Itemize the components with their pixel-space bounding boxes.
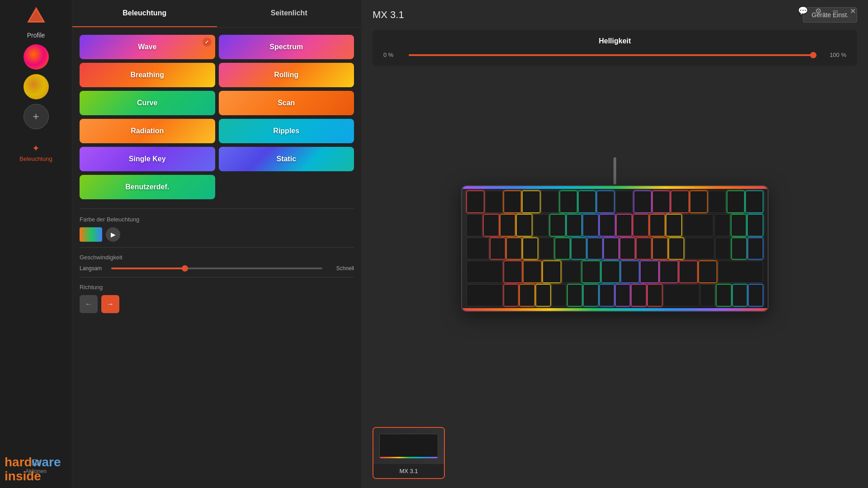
key-f12: [690, 191, 708, 213]
close-button[interactable]: ✕: [844, 5, 861, 17]
settings-icon-button[interactable]: ⚙: [810, 5, 826, 17]
key-b: [567, 284, 582, 306]
effect-wave[interactable]: Wave ✓: [80, 35, 215, 59]
effect-breathing[interactable]: Breathing: [80, 63, 215, 87]
tab-seitenlicht[interactable]: Seitenlicht: [217, 0, 362, 27]
right-panel: MX 3.1 Geräte Einst. Helligkeit 0 % 100 …: [362, 0, 868, 488]
effect-static[interactable]: Static: [219, 147, 354, 171]
speed-slider-thumb[interactable]: [182, 265, 188, 272]
watermark-line2: inside: [5, 469, 61, 483]
sidebar-beleuchtung[interactable]: ✦ Beleuchtung: [19, 143, 52, 162]
brightness-slider-thumb[interactable]: [810, 52, 816, 58]
play-button[interactable]: ▶: [106, 227, 120, 242]
key-tilde: [467, 214, 482, 236]
key-dot: [631, 284, 646, 306]
key-i: [604, 238, 619, 260]
profile-2[interactable]: [24, 74, 49, 99]
key-f9: [634, 191, 651, 213]
effect-scan[interactable]: Scan: [219, 91, 354, 115]
key-end2: [731, 238, 747, 260]
key-g: [582, 261, 600, 283]
key-lbracket: [652, 238, 668, 260]
direction-buttons: ← →: [80, 295, 354, 313]
key-v: [552, 284, 566, 306]
app-logo: [25, 5, 47, 27]
key-e: [523, 238, 538, 260]
key-f11: [671, 191, 689, 213]
key-y: [571, 238, 586, 260]
key-del2: [715, 238, 731, 260]
brightness-slider-track[interactable]: [409, 54, 816, 56]
speed-section: Geschwindigkeit Langsam Schnell: [72, 249, 361, 275]
speed-row: Langsam Schnell: [80, 265, 354, 272]
add-profile-button[interactable]: +: [24, 104, 49, 129]
device-title: MX 3.1: [373, 9, 404, 21]
key-j: [621, 261, 639, 283]
key-h: [601, 261, 620, 283]
tabs: Beleuchtung Seitenlicht: [72, 0, 361, 28]
key-f2: [504, 191, 521, 213]
effects-grid: Wave ✓ Spectrum Breathing Rolling Curve …: [72, 28, 361, 206]
key-f4: [541, 191, 559, 213]
effect-benutzerd[interactable]: Benutzerdef.: [80, 175, 215, 199]
effect-curve[interactable]: Curve: [80, 91, 215, 115]
effect-rolling[interactable]: Rolling: [219, 63, 354, 87]
key-numpad3: [748, 284, 763, 306]
brightness-min-label: 0 %: [383, 52, 401, 58]
tab-beleuchtung[interactable]: Beleuchtung: [72, 0, 217, 27]
minimize-button[interactable]: ─: [827, 5, 844, 17]
key-tab: [467, 238, 489, 260]
key-r: [539, 238, 554, 260]
brightness-slider-fill: [409, 54, 816, 56]
key-enter: [718, 261, 763, 283]
key-2: [500, 214, 516, 236]
device-card-image: [373, 428, 444, 464]
key-end: [727, 191, 745, 213]
key-numpad1: [716, 284, 731, 306]
profile-label: Profile: [27, 32, 45, 39]
key-f1: [485, 191, 503, 213]
device-card-mx31[interactable]: MX 3.1: [373, 427, 445, 479]
direction-section: Richtung ← →: [72, 279, 361, 317]
speed-fast-label: Schnell: [327, 265, 354, 272]
color-swatch[interactable]: [80, 227, 102, 242]
key-lshift: [467, 284, 503, 306]
key-ins: [714, 214, 730, 236]
profile-1[interactable]: [24, 44, 49, 70]
direction-right-button[interactable]: →: [101, 295, 119, 313]
key-m: [599, 284, 614, 306]
effect-ripples[interactable]: Ripples: [219, 119, 354, 143]
device-card-rgb-strip: [380, 457, 438, 458]
kb-row-4: [467, 261, 763, 283]
speed-slider-fill: [111, 267, 185, 269]
key-f10: [652, 191, 670, 213]
key-s: [523, 261, 542, 283]
chat-icon-button[interactable]: 💬: [797, 5, 809, 17]
key-f7: [597, 191, 614, 213]
key-5: [550, 214, 566, 236]
key-f6: [578, 191, 596, 213]
brightness-max-label: 100 %: [824, 52, 846, 58]
divider-2: [80, 247, 354, 248]
effect-singlekey[interactable]: Single Key: [80, 147, 215, 171]
key-p: [636, 238, 651, 260]
key-x: [519, 284, 534, 306]
key-n: [583, 284, 598, 306]
key-9: [616, 214, 632, 236]
key-1: [483, 214, 499, 236]
key-backspace: [683, 214, 713, 236]
effect-spectrum[interactable]: Spectrum: [219, 35, 354, 59]
speed-slider-track[interactable]: [111, 267, 322, 269]
kb-row-5: [467, 284, 763, 306]
key-quote: [698, 261, 717, 283]
effect-radiation[interactable]: Radiation: [80, 119, 215, 143]
key-comma: [615, 284, 630, 306]
key-k: [640, 261, 659, 283]
direction-label: Richtung: [80, 284, 354, 291]
key-slash: [647, 284, 662, 306]
direction-left-button[interactable]: ←: [80, 295, 98, 313]
light-icon: ✦: [32, 143, 40, 154]
color-section: Farbe der Beleuchtung ▶: [72, 211, 361, 245]
color-section-label: Farbe der Beleuchtung: [80, 216, 354, 223]
key-d: [542, 261, 561, 283]
